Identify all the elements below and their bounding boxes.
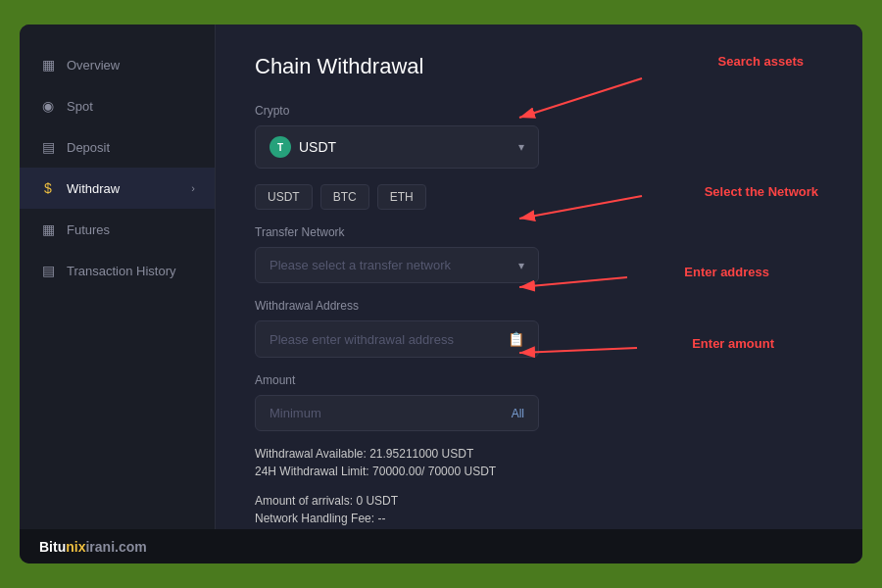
address-label: Withdrawal Address <box>255 299 823 313</box>
crypto-select-left: T USDT <box>270 136 336 158</box>
paste-icon[interactable]: 📋 <box>508 331 524 347</box>
withdrawal-available-line: Withdrawal Available: 21.95211000 USDT <box>255 447 823 461</box>
quick-btn-usdt[interactable]: USDT <box>255 184 313 210</box>
network-chevron-down-icon: ▾ <box>518 259 524 272</box>
brand-logo: Bitunixirani.com <box>39 539 147 555</box>
usdt-icon: T <box>270 136 291 158</box>
brand-rest: irani.com <box>85 539 146 555</box>
arrivals-label: Amount of arrivals: <box>255 494 353 508</box>
bottom-bar: Bitunixirani.com <box>20 529 862 564</box>
network-placeholder: Please select a transfer network <box>270 258 451 272</box>
limit-label: 24H Withdrawal Limit: <box>255 465 369 478</box>
info-section: Withdrawal Available: 21.95211000 USDT 2… <box>255 447 823 478</box>
sidebar-item-spot[interactable]: ◉ Spot <box>20 85 215 126</box>
arrivals-line: Amount of arrivals: 0 USDT <box>255 494 823 508</box>
address-input[interactable] <box>270 332 508 347</box>
main-content: Chain Withdrawal Crypto T USDT ▾ USDT BT… <box>216 24 862 564</box>
sidebar: ▦ Overview ◉ Spot ▤ Deposit $ Withdraw ›… <box>20 24 216 564</box>
limit-line: 24H Withdrawal Limit: 70000.00/ 70000 US… <box>255 465 823 478</box>
amount-group: Amount All <box>255 373 823 431</box>
fee-label: Network Handling Fee: <box>255 512 374 525</box>
withdrawal-available-label: Withdrawal Available: <box>255 447 367 461</box>
sidebar-label-overview: Overview <box>67 58 120 73</box>
page-title: Chain Withdrawal <box>255 54 823 79</box>
sidebar-item-deposit[interactable]: ▤ Deposit <box>20 126 215 168</box>
sidebar-item-withdraw[interactable]: $ Withdraw › <box>20 168 215 209</box>
all-button[interactable]: All <box>512 407 524 420</box>
quick-btn-btc[interactable]: BTC <box>320 184 369 210</box>
fee-line: Network Handling Fee: -- <box>255 512 823 525</box>
withdraw-icon: $ <box>39 179 57 197</box>
arrivals-value: 0 USDT <box>356 494 398 508</box>
amount-input[interactable] <box>270 406 512 420</box>
crypto-label: Crypto <box>255 104 823 118</box>
address-input-wrap: 📋 <box>255 320 539 358</box>
sidebar-item-transaction-history[interactable]: ▤ Transaction History <box>20 250 215 291</box>
history-icon: ▤ <box>39 262 57 279</box>
quick-btn-eth[interactable]: ETH <box>377 184 426 210</box>
sidebar-label-futures: Futures <box>67 222 110 237</box>
brand-nix: nix <box>66 539 85 555</box>
deposit-icon: ▤ <box>39 138 57 156</box>
main-window: ▦ Overview ◉ Spot ▤ Deposit $ Withdraw ›… <box>20 24 862 564</box>
withdraw-chevron-icon: › <box>191 182 195 194</box>
sidebar-label-withdraw: Withdraw <box>67 181 120 196</box>
brand-bitu: Bitu <box>39 539 66 555</box>
fee-value: -- <box>377 512 385 525</box>
network-group: Transfer Network Please select a transfe… <box>255 225 823 283</box>
network-label: Transfer Network <box>255 225 823 239</box>
network-select[interactable]: Please select a transfer network ▾ <box>255 247 539 283</box>
futures-icon: ▦ <box>39 220 57 238</box>
quick-select-buttons: USDT BTC ETH <box>255 184 823 210</box>
spot-icon: ◉ <box>39 97 57 115</box>
amount-label: Amount <box>255 373 823 387</box>
crypto-chevron-down-icon: ▾ <box>518 140 524 154</box>
limit-value: 70000.00/ 70000 USDT <box>372 465 496 478</box>
sidebar-label-deposit: Deposit <box>67 140 110 155</box>
crypto-select[interactable]: T USDT ▾ <box>255 125 539 169</box>
sidebar-item-futures[interactable]: ▦ Futures <box>20 209 215 250</box>
address-group: Withdrawal Address 📋 <box>255 299 823 358</box>
sidebar-label-spot: Spot <box>67 99 93 114</box>
sidebar-label-history: Transaction History <box>67 264 176 278</box>
amount-input-wrap: All <box>255 395 539 431</box>
arrivals-section: Amount of arrivals: 0 USDT Network Handl… <box>255 494 823 525</box>
selected-crypto-text: USDT <box>299 139 336 155</box>
withdrawal-available-value: 21.95211000 USDT <box>369 447 473 461</box>
sidebar-item-overview[interactable]: ▦ Overview <box>20 44 215 85</box>
overview-icon: ▦ <box>39 56 57 74</box>
crypto-group: Crypto T USDT ▾ <box>255 104 823 169</box>
